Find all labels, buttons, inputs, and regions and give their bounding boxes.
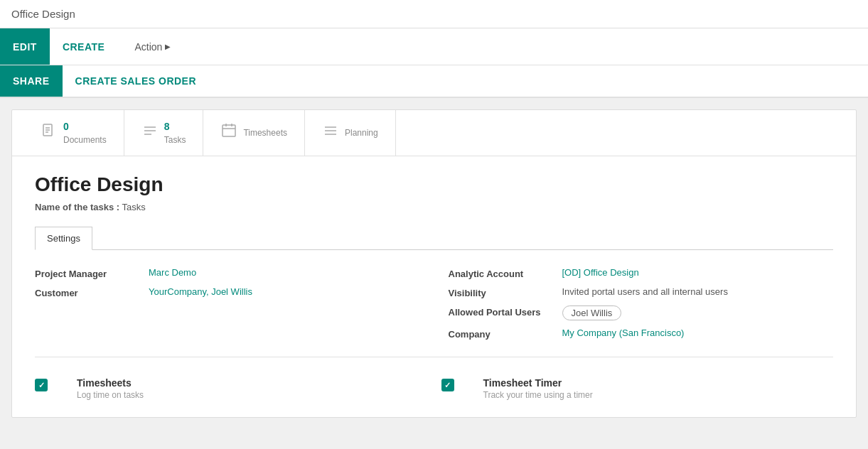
planning-icon xyxy=(322,122,339,144)
company-label: Company xyxy=(449,328,562,340)
documents-smart-button[interactable]: 0 Documents xyxy=(23,110,124,156)
section-divider xyxy=(35,357,833,357)
features-row: Timesheets Log time on tasks Timesheet T… xyxy=(35,374,833,400)
allowed-portal-users-value: Joel Willis xyxy=(562,305,622,320)
project-manager-field: Project Manager Marc Demo xyxy=(35,267,420,279)
timesheet-timer-feature-desc: Track your time using a timer xyxy=(483,390,593,400)
tabs-bar: Settings xyxy=(35,227,833,250)
timesheet-timer-checkbox[interactable] xyxy=(441,379,454,391)
visibility-value: Invited portal users and all internal us… xyxy=(562,286,728,297)
timesheet-timer-feature-name: Timesheet Timer xyxy=(483,377,593,389)
name-of-tasks-row: Name of the tasks : Tasks xyxy=(35,202,833,212)
customer-label: Customer xyxy=(35,286,149,298)
edit-button[interactable]: EDIT xyxy=(0,28,50,65)
timesheet-timer-feature-text: Timesheet Timer Track your time using a … xyxy=(483,377,593,400)
app-title: Office Design xyxy=(11,8,75,20)
settings-right-col: Analytic Account [OD] Office Design Visi… xyxy=(449,267,834,340)
analytic-account-label: Analytic Account xyxy=(449,267,562,279)
create-button[interactable]: CREATE xyxy=(50,28,118,65)
allowed-portal-users-label: Allowed Portal Users xyxy=(449,305,562,318)
visibility-field: Visibility Invited portal users and all … xyxy=(449,286,834,298)
main-content: 0 Documents 8 Tasks xyxy=(0,98,868,449)
tasks-icon xyxy=(141,122,159,144)
timesheets-feature-desc: Log time on tasks xyxy=(77,390,144,400)
settings-grid: Project Manager Marc Demo Customer YourC… xyxy=(35,267,833,340)
top-bar: Office Design xyxy=(0,0,868,28)
tab-settings[interactable]: Settings xyxy=(35,227,92,250)
project-manager-value[interactable]: Marc Demo xyxy=(149,267,196,278)
smart-buttons-bar: 0 Documents 8 Tasks xyxy=(12,110,856,156)
timesheets-smart-button[interactable]: Timesheets xyxy=(203,110,305,156)
analytic-account-value[interactable]: [OD] Office Design xyxy=(562,267,639,278)
company-field: Company My Company (San Francisco) xyxy=(449,328,834,340)
timesheets-checkbox[interactable] xyxy=(35,379,48,391)
analytic-account-field: Analytic Account [OD] Office Design xyxy=(449,267,834,279)
name-of-tasks-value: Tasks xyxy=(122,202,146,212)
project-manager-label: Project Manager xyxy=(35,267,149,279)
allowed-portal-users-field: Allowed Portal Users Joel Willis xyxy=(449,305,834,320)
main-card: 0 Documents 8 Tasks xyxy=(11,109,857,418)
customer-field: Customer YourCompany, Joel Willis xyxy=(35,286,420,298)
action-bar: EDIT CREATE Action ▶ xyxy=(0,28,868,65)
timesheets-feature: Timesheets Log time on tasks xyxy=(35,377,427,400)
form-body: Office Design Name of the tasks : Tasks … xyxy=(12,156,856,417)
action-menu[interactable]: Action ▶ xyxy=(134,41,171,53)
timesheet-timer-feature: Timesheet Timer Track your time using a … xyxy=(441,377,834,400)
action-arrow-icon: ▶ xyxy=(165,43,171,50)
timesheets-icon xyxy=(220,122,237,144)
create-sales-order-button[interactable]: CREATE SALES ORDER xyxy=(63,65,210,97)
documents-icon xyxy=(41,122,58,144)
tasks-smart-button[interactable]: 8 Tasks xyxy=(124,110,204,156)
planning-smart-button[interactable]: Planning xyxy=(305,110,396,156)
record-title: Office Design xyxy=(35,173,833,196)
visibility-label: Visibility xyxy=(449,286,562,298)
portal-user-tag[interactable]: Joel Willis xyxy=(562,305,622,320)
name-of-tasks-label: Name of the tasks : xyxy=(35,202,119,212)
timesheets-feature-name: Timesheets xyxy=(77,377,144,389)
company-value[interactable]: My Company (San Francisco) xyxy=(562,328,685,338)
settings-left-col: Project Manager Marc Demo Customer YourC… xyxy=(35,267,420,340)
svg-rect-7 xyxy=(223,125,235,136)
timesheets-feature-text: Timesheets Log time on tasks xyxy=(77,377,144,400)
share-button[interactable]: SHARE xyxy=(0,65,63,97)
sub-action-bar: SHARE CREATE SALES ORDER xyxy=(0,65,868,98)
customer-value[interactable]: YourCompany, Joel Willis xyxy=(149,286,252,297)
